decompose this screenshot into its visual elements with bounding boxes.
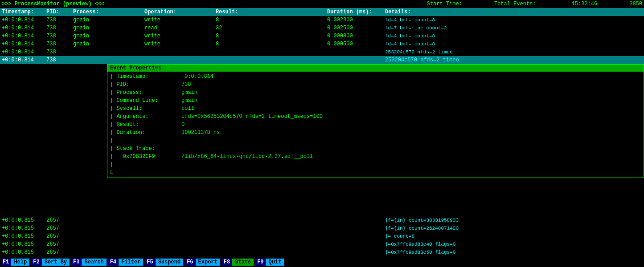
header-result: Result: bbox=[216, 9, 327, 15]
prop-row-pid: | PID: 738 bbox=[110, 81, 641, 89]
event-properties-body: | Timestamp: +0:0:0.814 | PID: 738 | Pro… bbox=[107, 72, 644, 178]
label-search[interactable]: Search bbox=[82, 259, 106, 266]
prop-row-end: | bbox=[110, 161, 641, 169]
stats-area: Start Time: Total Events: 15:32:46 3850 bbox=[427, 1, 642, 7]
start-time-label: Start Time: bbox=[427, 1, 462, 7]
time-value-area: 15:32:46 3850 bbox=[572, 1, 642, 7]
total-events-label: Total Events: bbox=[494, 1, 536, 7]
label-filter[interactable]: Filter bbox=[119, 259, 143, 266]
header-process: Process: bbox=[73, 9, 144, 15]
main-content: +0:0:0.814 738 gmain write 8 0.002300 fd… bbox=[0, 16, 644, 257]
event-properties-dialog: Event Properties | Timestamp: +0:0:0.814… bbox=[107, 64, 644, 178]
prop-row-cmdline: | Command Line: gmain bbox=[110, 97, 641, 105]
table-row[interactable]: +0:0:0.815 2657 |=0x7ffc9ad83e40 flags=0 bbox=[0, 240, 644, 248]
header-operation: Operation: bbox=[144, 9, 216, 15]
prop-row-stacktrace-label: | Stack Trace: bbox=[110, 145, 641, 153]
key-f8[interactable]: F8 bbox=[222, 259, 232, 266]
table-row[interactable]: +0:0:0.814 738 gmain write 8 0.000500 fd… bbox=[0, 40, 644, 48]
key-f1[interactable]: F1 bbox=[1, 259, 11, 266]
key-f5[interactable]: F5 bbox=[145, 259, 155, 266]
header-duration: Duration (ms): bbox=[327, 9, 385, 15]
prop-row-bottom-border: L bbox=[110, 169, 641, 177]
key-f4[interactable]: F4 bbox=[108, 259, 118, 266]
app-title: >>> ProcessMonitor (preview) <<< bbox=[2, 1, 104, 7]
table-header: Timestamp: PID: Process: Operation: Resu… bbox=[0, 8, 644, 16]
prop-row-result: | Result: 0 bbox=[110, 121, 641, 129]
label-sort[interactable]: Sort By bbox=[42, 259, 70, 266]
start-time-area: Start Time: Total Events: bbox=[427, 1, 536, 7]
table-row[interactable]: +0:0:0.814 738 gmain write 8 0.002300 fd… bbox=[0, 16, 644, 24]
table-row[interactable]: +0:0:0.814 738 gmain read 32 0.002500 fd… bbox=[0, 24, 644, 32]
table-row[interactable]: +0:0:0.815 2657 |=0x7ffc9ad83e40 flags=0 bbox=[0, 256, 644, 257]
table-row[interactable]: +0:0:0.814 738 253204c570 nfds=2 timeo bbox=[0, 48, 644, 56]
label-stats[interactable]: Stats bbox=[232, 259, 254, 266]
prop-row-stacktrace-value: | 0x70B32CF9 /lib/x86_64-linux-gnu/libc-… bbox=[110, 153, 641, 161]
label-export[interactable]: Export bbox=[196, 259, 220, 266]
prop-row-process: | Process: gmain bbox=[110, 89, 641, 97]
prop-row-timestamp: | Timestamp: +0:0:0.814 bbox=[110, 73, 641, 81]
total-events-value: 3850 bbox=[629, 1, 642, 7]
event-properties-title: Event Properties bbox=[107, 65, 644, 72]
header-timestamp: Timestamp: bbox=[2, 9, 46, 15]
start-time-value: 15:32:46 bbox=[572, 1, 598, 7]
header-pid: PID: bbox=[46, 9, 73, 15]
table-row-selected[interactable]: +0:0:0.814 738 253204c570 nfds=2 timeo bbox=[0, 56, 644, 64]
prop-row-duration: | Duration: 100211378 ns bbox=[110, 129, 641, 137]
key-f6[interactable]: F6 bbox=[185, 259, 195, 266]
header-details: Details: bbox=[385, 9, 642, 15]
table-row[interactable]: +0:0:0.815 2657 |f={in} count=3833195893… bbox=[0, 216, 644, 224]
prop-row-syscall: | Syscall: poll bbox=[110, 105, 641, 113]
prop-row-empty: | bbox=[110, 137, 641, 145]
key-f2[interactable]: F2 bbox=[31, 259, 41, 266]
label-suspend[interactable]: Suspend bbox=[156, 259, 183, 266]
label-help[interactable]: Help bbox=[11, 259, 29, 266]
table-row[interactable]: +0:0:0.814 738 gmain write 8 0.000800 fd… bbox=[0, 32, 644, 40]
label-quit[interactable]: Quit bbox=[266, 259, 284, 266]
lower-rows-container: +0:0:0.815 2657 |f={in} count=3833195893… bbox=[0, 216, 644, 257]
key-f3[interactable]: F3 bbox=[71, 259, 81, 266]
title-bar: >>> ProcessMonitor (preview) <<< Start T… bbox=[0, 0, 644, 8]
key-f9[interactable]: F9 bbox=[255, 259, 265, 266]
table-row[interactable]: +0:0:0.815 2657 |f={in} count=2624807142… bbox=[0, 224, 644, 232]
prop-row-args: | Arguments: ufds=0x56253204c570 nfds=2 … bbox=[110, 113, 641, 121]
table-row[interactable]: +0:0:0.815 2657 |= count=8 bbox=[0, 232, 644, 240]
statusbar: F1 Help F2 Sort By F3 Search F4 Filter F… bbox=[0, 257, 644, 267]
table-row[interactable]: +0:0:0.815 2657 |=0x7ffc9ad83e50 flags=0 bbox=[0, 248, 644, 256]
